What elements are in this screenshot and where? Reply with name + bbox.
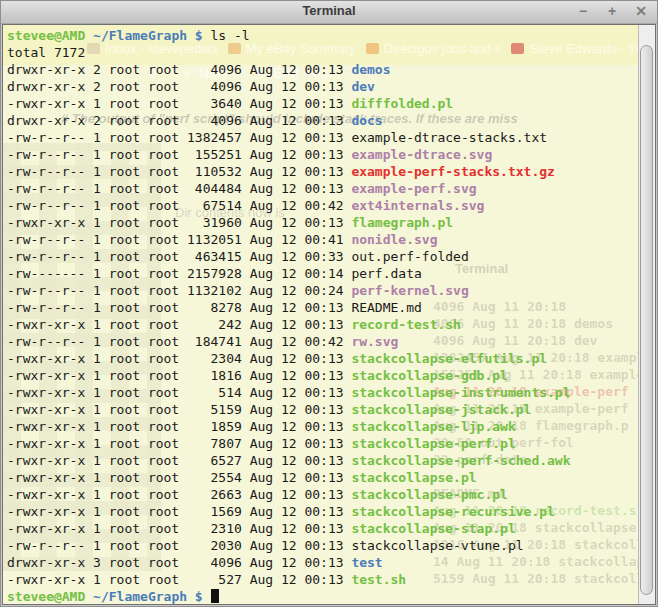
file-meta: -rw-r--r-- 1 root root 1132051 Aug 12 00… <box>7 232 351 247</box>
file-name: test <box>351 555 382 570</box>
file-meta: -rwxr-xr-x 1 root root 1859 Aug 12 00:13 <box>7 419 351 434</box>
file-name: stackcollapse-stap.pl <box>351 521 515 536</box>
file-meta: -rw-r--r-- 1 root root 1382457 Aug 12 00… <box>7 130 351 145</box>
file-row: -rw-r--r-- 1 root root 463415 Aug 12 00:… <box>7 248 637 265</box>
file-name: stackcollapse.pl <box>351 470 476 485</box>
file-meta: -rw-r--r-- 1 root root 110532 Aug 12 00:… <box>7 164 351 179</box>
file-meta: -rwxr-xr-x 1 root root 7807 Aug 12 00:13 <box>7 436 351 451</box>
file-row: drwxr-xr-x 2 root root 4096 Aug 12 00:13… <box>7 78 637 95</box>
prompt-symbol: $ <box>187 28 203 43</box>
terminal-output: stevee@AMD ~/FlameGraph $ ls -ltotal 717… <box>7 27 637 605</box>
file-row: -rwxr-xr-x 1 root root 2554 Aug 12 00:13… <box>7 469 637 486</box>
file-row: -rwxr-xr-x 1 root root 1859 Aug 12 00:13… <box>7 418 637 435</box>
prompt-symbol: $ <box>187 589 203 604</box>
file-row: -rwxr-xr-x 1 root root 3640 Aug 12 00:13… <box>7 95 637 112</box>
window-controls: − + ✕ <box>575 2 649 20</box>
file-name: stackcollapse-pmc.pl <box>351 487 508 502</box>
file-name: example-perf.svg <box>351 181 476 196</box>
file-meta: -rw-r--r-- 1 root root 155251 Aug 12 00:… <box>7 147 351 162</box>
file-meta: drwxr-xr-x 2 root root 4096 Aug 12 00:13 <box>7 62 351 77</box>
file-row: -rw-r--r-- 1 root root 110532 Aug 12 00:… <box>7 163 637 180</box>
file-meta: -rwxr-xr-x 1 root root 6527 Aug 12 00:13 <box>7 453 351 468</box>
file-row: -rw-r--r-- 1 root root 1132051 Aug 12 00… <box>7 231 637 248</box>
file-row: -rwxr-xr-x 1 root root 1569 Aug 12 00:13… <box>7 503 637 520</box>
file-name: record-test.sh <box>351 317 461 332</box>
file-meta: -rw-r--r-- 1 root root 184741 Aug 12 00:… <box>7 334 351 349</box>
file-meta: -rwxr-xr-x 1 root root 1569 Aug 12 00:13 <box>7 504 351 519</box>
file-meta: -rwxr-xr-x 1 root root 31960 Aug 12 00:1… <box>7 215 351 230</box>
terminal-window: Terminal − + ✕ Inbox - stevepedwaMy eBay… <box>0 0 658 607</box>
window-title: Terminal <box>1 3 657 18</box>
file-name: dev <box>351 79 374 94</box>
file-name: ext4internals.svg <box>351 198 484 213</box>
file-name: example-dtrace.svg <box>351 147 492 162</box>
file-name: demos <box>351 62 390 77</box>
prompt-user-host: stevee@AMD <box>7 28 85 43</box>
file-row: drwxr-xr-x 2 root root 4096 Aug 12 00:13… <box>7 112 637 129</box>
file-row: -rw-r--r-- 1 root root 2030 Aug 12 00:13… <box>7 537 637 554</box>
file-name: example-dtrace-stacks.txt <box>351 130 547 145</box>
file-meta: -rw-r--r-- 1 root root 404484 Aug 12 00:… <box>7 181 351 196</box>
file-row: -rwxr-xr-x 1 root root 527 Aug 12 00:13 … <box>7 571 637 588</box>
prompt-line: stevee@AMD ~/FlameGraph $ ls -l <box>7 27 637 44</box>
file-meta: -rwxr-xr-x 1 root root 242 Aug 12 00:13 <box>7 317 351 332</box>
file-name: out.perf-folded <box>351 249 468 264</box>
terminal-content[interactable]: Inbox - stevepedwaMy eBay SummaryDirectg… <box>2 24 656 605</box>
file-row: -rwxr-xr-x 1 root root 31960 Aug 12 00:1… <box>7 214 637 231</box>
file-row: -rwxr-xr-x 1 root root 2310 Aug 12 00:13… <box>7 520 637 537</box>
file-name: example-perf-stacks.txt.gz <box>351 164 555 179</box>
file-row: drwxr-xr-x 3 root root 4096 Aug 12 00:13… <box>7 554 637 571</box>
file-meta: -rw-r--r-- 1 root root 463415 Aug 12 00:… <box>7 249 351 264</box>
file-meta: -rwxr-xr-x 1 root root 2554 Aug 12 00:13 <box>7 470 351 485</box>
prompt-path: ~/FlameGraph <box>93 28 187 43</box>
prompt-path: ~/FlameGraph <box>93 589 187 604</box>
file-name: stackcollapse-jstack.pl <box>351 402 531 417</box>
file-meta: -rwxr-xr-x 1 root root 514 Aug 12 00:13 <box>7 385 351 400</box>
file-name: stackcollapse-perf.pl <box>351 436 515 451</box>
file-name: nonidle.svg <box>351 232 437 247</box>
file-meta: -rw-r--r-- 1 root root 1132102 Aug 12 00… <box>7 283 351 298</box>
file-row: -rw-r--r-- 1 root root 8278 Aug 12 00:13… <box>7 299 637 316</box>
file-row: -rw-r--r-- 1 root root 1132102 Aug 12 00… <box>7 282 637 299</box>
file-meta: -rwxr-xr-x 1 root root 3640 Aug 12 00:13 <box>7 96 351 111</box>
file-row: -rwxr-xr-x 1 root root 6527 Aug 12 00:13… <box>7 452 637 469</box>
file-name: stackcollapse-recursive.pl <box>351 504 555 519</box>
minimize-button[interactable]: − <box>575 2 591 20</box>
file-meta: drwxr-xr-x 2 root root 4096 Aug 12 00:13 <box>7 113 351 128</box>
typed-command: ls -l <box>211 28 250 43</box>
scrollbar-thumb[interactable] <box>640 45 653 595</box>
file-meta: -rwxr-xr-x 1 root root 5159 Aug 12 00:13 <box>7 402 351 417</box>
close-button[interactable]: ✕ <box>633 2 649 20</box>
total-line: total 7172 <box>7 44 637 61</box>
file-row: -rwxr-xr-x 1 root root 1816 Aug 12 00:13… <box>7 367 637 384</box>
file-meta: -rw-r--r-- 1 root root 67514 Aug 12 00:4… <box>7 198 351 213</box>
file-meta: -rw------- 1 root root 2157928 Aug 12 00… <box>7 266 351 281</box>
file-name: difffolded.pl <box>351 96 453 111</box>
file-row: -rwxr-xr-x 1 root root 242 Aug 12 00:13 … <box>7 316 637 333</box>
file-row: -rwxr-xr-x 1 root root 514 Aug 12 00:13 … <box>7 384 637 401</box>
file-name: perf-kernel.svg <box>351 283 468 298</box>
file-name: docs <box>351 113 382 128</box>
file-row: drwxr-xr-x 2 root root 4096 Aug 12 00:13… <box>7 61 637 78</box>
file-row: -rwxr-xr-x 1 root root 5159 Aug 12 00:13… <box>7 401 637 418</box>
title-bar[interactable]: Terminal − + ✕ <box>1 1 657 24</box>
file-meta: -rw-r--r-- 1 root root 8278 Aug 12 00:13 <box>7 300 351 315</box>
file-meta: drwxr-xr-x 2 root root 4096 Aug 12 00:13 <box>7 79 351 94</box>
file-name: stackcollapse-elfutils.pl <box>351 351 547 366</box>
file-row: -rw------- 1 root root 2157928 Aug 12 00… <box>7 265 637 282</box>
file-meta: -rwxr-xr-x 1 root root 527 Aug 12 00:13 <box>7 572 351 587</box>
file-name: stackcollapse-perf-sched.awk <box>351 453 570 468</box>
file-row: -rw-r--r-- 1 root root 404484 Aug 12 00:… <box>7 180 637 197</box>
text-cursor <box>211 589 219 603</box>
maximize-button[interactable]: + <box>604 2 620 20</box>
file-name: stackcollapse-ljp.awk <box>351 419 515 434</box>
file-meta: -rwxr-xr-x 1 root root 1816 Aug 12 00:13 <box>7 368 351 383</box>
file-meta: -rwxr-xr-x 1 root root 2304 Aug 12 00:13 <box>7 351 351 366</box>
scrollbar[interactable] <box>638 25 655 604</box>
file-row: -rwxr-xr-x 1 root root 2663 Aug 12 00:13… <box>7 486 637 503</box>
file-row: -rw-r--r-- 1 root root 155251 Aug 12 00:… <box>7 146 637 163</box>
file-row: -rw-r--r-- 1 root root 1382457 Aug 12 00… <box>7 129 637 146</box>
file-row: -rwxr-xr-x 1 root root 2304 Aug 12 00:13… <box>7 350 637 367</box>
file-row: -rwxr-xr-x 1 root root 7807 Aug 12 00:13… <box>7 435 637 452</box>
file-name: stackcollapse-instruments.pl <box>351 385 570 400</box>
